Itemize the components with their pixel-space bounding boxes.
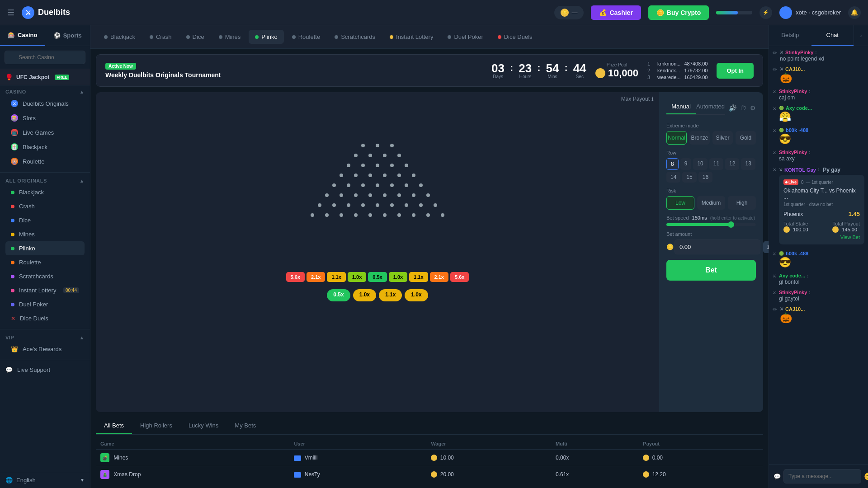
bet-speed-slider[interactable] bbox=[666, 223, 756, 226]
peg bbox=[390, 183, 394, 187]
language-selector[interactable]: 🌐 English ▼ bbox=[0, 472, 90, 488]
risk-high[interactable]: High bbox=[728, 196, 756, 210]
sidebar-item-live-games[interactable]: 📺 Live Games bbox=[5, 125, 85, 140]
sidebar-item-duelbits-originals[interactable]: ⚔ Duelbits Originals bbox=[5, 96, 85, 111]
hamburger-icon[interactable]: ☰ bbox=[7, 8, 14, 18]
sword-badge: ⚔ bbox=[780, 50, 783, 55]
row-option-8[interactable]: 8 bbox=[666, 158, 679, 170]
option-gold[interactable]: Gold bbox=[736, 131, 756, 145]
tab-betslip[interactable]: Betslip bbox=[769, 25, 811, 46]
search-input[interactable] bbox=[5, 51, 85, 64]
sidebar-item-slots[interactable]: 🎰 Slots bbox=[5, 111, 85, 125]
sidebar-item-plinko[interactable]: Plinko bbox=[5, 241, 85, 255]
option-bronze[interactable]: Bronze bbox=[689, 131, 710, 145]
chat-message: ⚔ StinkyPinky: gl gaytol bbox=[773, 290, 864, 302]
row-option-15[interactable]: 15 bbox=[682, 172, 696, 183]
ufc-jackpot[interactable]: 🥊 UFC Jackpot FREE bbox=[0, 69, 90, 85]
search-box: 🔍 bbox=[0, 46, 90, 69]
half-bet-button[interactable]: 1/2 bbox=[763, 241, 769, 253]
nav-plinko[interactable]: Plinko bbox=[249, 30, 283, 44]
row-option-10[interactable]: 10 bbox=[693, 158, 707, 170]
option-silver[interactable]: Silver bbox=[712, 131, 733, 145]
sidebar-item-live-support[interactable]: 💬 Live Support bbox=[0, 362, 90, 378]
risk-medium[interactable]: Medium bbox=[697, 196, 725, 210]
tab-my-bets[interactable]: My Bets bbox=[226, 418, 264, 434]
recent-bet-chip[interactable]: 1.1x bbox=[379, 289, 402, 301]
user-flag bbox=[294, 472, 301, 478]
bet-button[interactable]: Bet bbox=[666, 260, 756, 281]
recent-bet-chip[interactable]: 1.0x bbox=[353, 289, 376, 301]
row-option-12[interactable]: 12 bbox=[725, 158, 739, 170]
sidebar-item-blackjack-orig[interactable]: Blackjack bbox=[5, 185, 85, 199]
sword-badge: ⚔ bbox=[773, 106, 776, 111]
bet-speed-thumb[interactable] bbox=[728, 221, 734, 228]
sidebar-tab-casino[interactable]: 🎰 Casino bbox=[0, 25, 45, 46]
avatar-emoji: 😎 bbox=[779, 133, 791, 145]
expand-icon[interactable]: › bbox=[854, 25, 868, 46]
sidebar-item-crash[interactable]: Crash bbox=[5, 199, 85, 213]
sidebar-item-mines[interactable]: Mines bbox=[5, 227, 85, 241]
user-info[interactable]: xote · csgobroker bbox=[779, 6, 841, 19]
nav-dot-icon bbox=[390, 35, 393, 39]
nav-dot-icon bbox=[292, 35, 296, 39]
chat-input[interactable] bbox=[783, 469, 861, 483]
sidebar-item-blackjack[interactable]: 🃏 Blackjack bbox=[5, 140, 85, 154]
notification-bell[interactable]: 🔔 bbox=[848, 6, 861, 19]
sidebar-item-duel-poker[interactable]: Duel Poker bbox=[5, 297, 85, 311]
dot-icon bbox=[11, 247, 14, 250]
volume-icon[interactable]: 🔊 bbox=[729, 104, 736, 112]
chat-messages: ✏ ⚔ StinkyPinky : no point legend xd ✏ ⚔ bbox=[769, 46, 868, 464]
recent-bet-chip[interactable]: 0.5x bbox=[327, 289, 350, 301]
sidebar-item-roulette-orig[interactable]: Roulette bbox=[5, 255, 85, 269]
option-normal[interactable]: Normal bbox=[666, 131, 687, 145]
row-option-9[interactable]: 9 bbox=[680, 158, 692, 170]
history-icon[interactable]: ⏱ bbox=[740, 104, 746, 112]
nav-mines[interactable]: Mines bbox=[212, 30, 247, 44]
nav-instant-lottery[interactable]: Instant Lottery bbox=[383, 30, 439, 44]
sidebar-item-roulette[interactable]: 🎡 Roulette bbox=[5, 154, 85, 169]
nav-dice[interactable]: Dice bbox=[180, 30, 211, 44]
row-option-14[interactable]: 14 bbox=[666, 172, 680, 183]
sidebar-item-aces-rewards[interactable]: 👑 Ace's Rewards bbox=[5, 342, 85, 356]
recent-bet-chip[interactable]: 1.0x bbox=[405, 289, 428, 301]
sport-embed-header: Live 0' — 1st quarter bbox=[783, 179, 860, 185]
sidebar-item-instant-lottery[interactable]: Instant Lottery 00:44 bbox=[5, 283, 85, 297]
tournament-banner: Active Now Weekly Duelbits Originals Tou… bbox=[96, 54, 763, 87]
tab-high-rollers[interactable]: High Rollers bbox=[132, 418, 180, 434]
row-option-13[interactable]: 13 bbox=[741, 158, 755, 170]
sidebar-item-scratchcards[interactable]: Scratchcards bbox=[5, 269, 85, 283]
cashier-button[interactable]: 💰 Cashier bbox=[591, 5, 641, 20]
casino-section-header[interactable]: Casino ▲ bbox=[5, 89, 85, 94]
tab-manual[interactable]: Manual bbox=[666, 99, 696, 114]
nav-crash[interactable]: Crash bbox=[143, 30, 178, 44]
tab-automated[interactable]: Automated bbox=[696, 99, 725, 114]
tab-chat[interactable]: Chat bbox=[811, 25, 854, 46]
peg bbox=[340, 213, 343, 217]
risk-low[interactable]: Low bbox=[666, 196, 694, 210]
sidebar-item-dice-duels[interactable]: ✕ Dice Duels bbox=[5, 311, 85, 325]
plinko-multipliers: 5.6x 2.1x 1.1x 1.0x 0.5x 1.0x 1.1x 2.1x … bbox=[96, 268, 659, 286]
nav-roulette[interactable]: Roulette bbox=[286, 30, 326, 44]
opt-in-button[interactable]: Opt In bbox=[717, 63, 754, 79]
settings-icon[interactable]: ⚙ bbox=[750, 104, 756, 112]
sidebar-item-dice[interactable]: Dice bbox=[5, 213, 85, 227]
peg bbox=[325, 193, 329, 197]
nav-dice-duels[interactable]: Dice Duels bbox=[491, 30, 539, 44]
view-bet-button[interactable]: View Bet bbox=[783, 235, 860, 240]
bet-amount-input[interactable] bbox=[675, 239, 760, 254]
vip-section-header[interactable]: VIP ▲ bbox=[5, 335, 85, 340]
tab-lucky-wins[interactable]: Lucky Wins bbox=[180, 418, 226, 434]
tab-all-bets[interactable]: All Bets bbox=[96, 418, 132, 434]
emoji-button[interactable]: 😊 bbox=[864, 472, 868, 481]
peg bbox=[376, 183, 379, 187]
logo-icon: ⚔ bbox=[22, 6, 34, 19]
nav-blackjack[interactable]: Blackjack bbox=[98, 30, 142, 44]
row-option-16[interactable]: 16 bbox=[698, 172, 712, 183]
sidebar-tab-sports[interactable]: ⚽ Sports bbox=[45, 25, 90, 46]
row-option-11[interactable]: 11 bbox=[709, 158, 723, 170]
chat-bubble: StinkyPinky: caj om bbox=[779, 89, 864, 101]
originals-section-header[interactable]: All Originals ▲ bbox=[5, 178, 85, 183]
nav-scratchcards[interactable]: Scratchcards bbox=[328, 30, 382, 44]
buy-crypto-button[interactable]: 🪙 Buy Crypto bbox=[648, 5, 709, 20]
nav-duel-poker[interactable]: Duel Poker bbox=[441, 30, 489, 44]
